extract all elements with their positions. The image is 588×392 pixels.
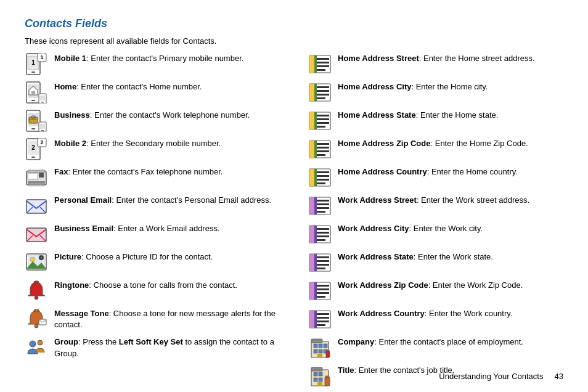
svg-rect-133 <box>317 354 322 357</box>
footer: Understanding Your Contacts 43 <box>439 372 563 381</box>
field-personal-email-text: Personal Email: Enter the contact's Pers… <box>54 195 290 206</box>
svg-rect-85 <box>309 169 314 186</box>
field-home-city: Home Address City: Enter the Home city. <box>308 81 563 104</box>
svg-rect-23 <box>41 130 44 131</box>
svg-rect-57 <box>309 55 314 73</box>
home-city-icon <box>308 81 332 104</box>
field-business-email-text: Business Email: Enter a Work Email addre… <box>54 223 290 234</box>
home-zip-icon <box>308 138 332 160</box>
svg-rect-116 <box>317 288 329 290</box>
group-icon <box>25 337 48 359</box>
personal-email-icon <box>25 195 48 217</box>
home-state-icon <box>308 110 332 132</box>
svg-point-48 <box>41 257 42 258</box>
right-column: Home Address Street: Enter the Home stre… <box>308 53 563 392</box>
svg-rect-97 <box>317 211 325 213</box>
home-country-icon <box>308 166 332 189</box>
field-work-state: Work Address State: Enter the Work state… <box>308 251 563 274</box>
svg-rect-58 <box>314 55 317 73</box>
svg-rect-117 <box>317 292 329 294</box>
field-home-state: Home Address State: Enter the Home state… <box>308 110 563 132</box>
svg-rect-32 <box>39 173 44 178</box>
svg-rect-138 <box>314 372 317 376</box>
field-message-tone: Message Tone: Choose a tone for new mess… <box>25 308 290 330</box>
svg-rect-121 <box>314 311 317 328</box>
svg-rect-110 <box>317 264 329 266</box>
field-business: Business: Enter the contact's Work telep… <box>25 110 290 132</box>
svg-rect-113 <box>309 282 314 300</box>
svg-rect-53 <box>39 319 46 325</box>
field-work-street: Work Address Street: Enter the Work stre… <box>308 195 563 217</box>
svg-rect-82 <box>317 150 329 152</box>
svg-rect-104 <box>317 239 325 241</box>
svg-rect-64 <box>309 84 314 101</box>
svg-rect-93 <box>314 197 317 214</box>
svg-rect-83 <box>317 154 325 156</box>
svg-rect-11 <box>31 100 35 101</box>
svg-rect-79 <box>314 141 317 158</box>
company-icon <box>308 337 332 359</box>
svg-rect-103 <box>317 235 329 237</box>
svg-rect-52 <box>34 309 39 312</box>
svg-rect-101 <box>317 228 329 230</box>
svg-rect-34 <box>29 185 44 186</box>
svg-rect-68 <box>317 94 329 96</box>
field-personal-email: Personal Email: Enter the contact's Pers… <box>25 195 290 217</box>
svg-rect-123 <box>317 317 329 319</box>
svg-rect-14 <box>41 102 44 103</box>
work-country-icon <box>308 308 332 330</box>
svg-rect-80 <box>317 143 329 145</box>
field-work-zip-text: Work Address Zip Code: Enter the Work Zi… <box>338 280 563 291</box>
field-business-email: Business Email: Enter a Work Email addre… <box>25 223 290 245</box>
field-home-zip-text: Home Address Zip Code: Enter the Home Zi… <box>338 138 563 149</box>
svg-rect-36 <box>27 200 46 213</box>
left-column: 1 1 Mobile 1: Enter the contact's Primar… <box>25 53 290 392</box>
field-picture-text: Picture: Choose a Picture ID for the con… <box>54 251 290 263</box>
svg-point-51 <box>35 324 38 328</box>
svg-rect-4 <box>31 71 35 73</box>
svg-rect-96 <box>317 207 329 209</box>
svg-rect-92 <box>309 197 314 214</box>
svg-rect-72 <box>314 112 317 129</box>
field-home: Home: Enter the contact's Home number. <box>25 81 290 104</box>
svg-rect-108 <box>317 256 329 258</box>
svg-rect-81 <box>317 147 329 149</box>
svg-rect-65 <box>314 84 317 101</box>
message-tone-icon <box>25 308 48 330</box>
field-work-country-text: Work Address Country: Enter the Work cou… <box>338 308 563 319</box>
svg-rect-114 <box>314 282 317 300</box>
svg-point-44 <box>30 257 35 262</box>
field-home-zip: Home Address Zip Code: Enter the Home Zi… <box>308 138 563 160</box>
svg-rect-125 <box>317 324 325 326</box>
svg-rect-131 <box>319 349 322 353</box>
field-business-text: Business: Enter the contact's Work telep… <box>54 110 290 121</box>
svg-text:1: 1 <box>31 59 35 66</box>
svg-rect-102 <box>317 232 329 234</box>
field-home-street-text: Home Address Street: Enter the Home stre… <box>338 53 563 64</box>
field-mobile2: 2 2 Mobile 2: Enter the Secondary mobile… <box>25 138 290 160</box>
svg-rect-143 <box>325 377 330 386</box>
svg-rect-142 <box>317 382 322 386</box>
field-home-country: Home Address Country: Enter the Home cou… <box>308 166 563 189</box>
svg-point-49 <box>35 296 38 300</box>
svg-rect-134 <box>326 351 330 357</box>
field-group-text: Group: Press the Left Soft Key Set to as… <box>54 337 290 359</box>
field-home-country-text: Home Address Country: Enter the Home cou… <box>338 166 563 178</box>
svg-rect-95 <box>317 203 329 205</box>
svg-rect-73 <box>317 115 329 116</box>
field-picture: Picture: Choose a Picture ID for the con… <box>25 251 290 274</box>
field-company-text: Company: Enter the contact's place of em… <box>338 337 563 348</box>
content-wrapper: 1 1 Mobile 1: Enter the contact's Primar… <box>25 53 563 392</box>
field-message-tone-text: Message Tone: Choose a tone for new mess… <box>54 308 290 330</box>
svg-point-54 <box>30 341 36 347</box>
svg-rect-115 <box>317 285 329 287</box>
field-work-city: Work Address City: Enter the Work city. <box>308 223 563 245</box>
page-title: Contacts Fields <box>25 17 563 30</box>
footer-text: Understanding Your Contacts <box>439 372 543 381</box>
field-work-zip: Work Address Zip Code: Enter the Work Zi… <box>308 280 563 302</box>
field-company: Company: Enter the contact's place of em… <box>308 337 563 359</box>
svg-rect-120 <box>309 311 314 328</box>
svg-rect-75 <box>317 122 329 124</box>
svg-rect-144 <box>325 376 329 378</box>
svg-rect-86 <box>314 169 317 186</box>
